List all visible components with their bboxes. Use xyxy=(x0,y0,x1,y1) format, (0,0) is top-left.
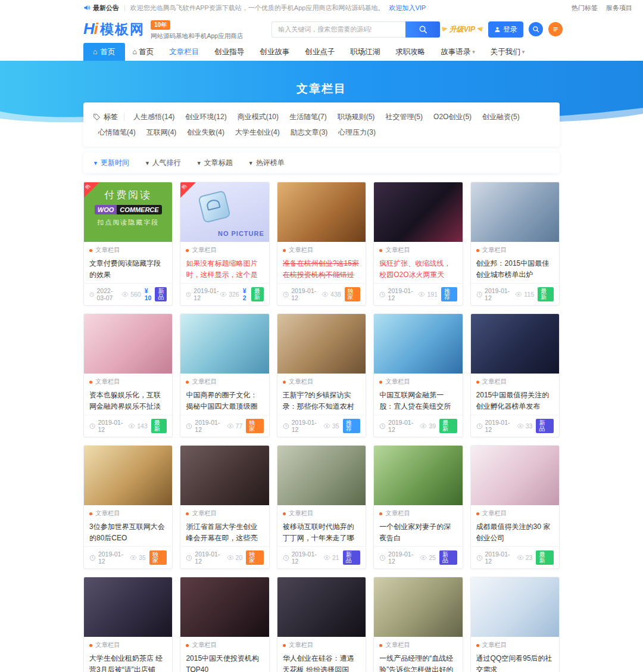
article-thumbnail[interactable] xyxy=(277,182,366,242)
article-title[interactable]: 文章付费阅读隐藏字段的效果 xyxy=(89,258,167,281)
article-category[interactable]: 文章栏目 xyxy=(186,246,263,254)
article-card[interactable]: 文章栏目王新宇?的乡镇探访实录：那些你不知道农村淘宝真相2019-01-1235… xyxy=(277,313,366,437)
article-category[interactable]: 文章栏目 xyxy=(476,641,554,649)
article-card[interactable]: 文章栏目华人创业在硅谷：遭遇天花板 纷纷选择回国2019-01-1212推荐 xyxy=(277,577,366,672)
article-category[interactable]: 文章栏目 xyxy=(476,378,554,386)
article-title[interactable]: 准备在杭州创业?这15家在杭投资机构不能错过 xyxy=(283,258,360,281)
article-card[interactable]: 文章栏目疯狂扩张、收缩战线，校园O2O冰火两重天2019-01-12191推荐 xyxy=(373,182,463,306)
topbar-link[interactable]: 热门标签 xyxy=(572,4,598,11)
article-title[interactable]: 一个创业家对妻子的深夜告白 xyxy=(379,521,457,544)
article-category[interactable]: 文章栏目 xyxy=(476,246,554,254)
article-card[interactable]: 文章栏目中国商界的圈子文化：揭秘中国四大最顶级圈子2019-01-1277独家 xyxy=(180,313,269,437)
article-title[interactable]: 如果没有标题缩略图片时，这样显示，这个是测试！ xyxy=(186,258,263,281)
article-category[interactable]: 文章栏目 xyxy=(283,246,360,254)
article-title[interactable]: 浙江省首届大学生创业峰会开幕在即，这些亮点不容错过 xyxy=(186,521,263,544)
article-category[interactable]: 文章栏目 xyxy=(379,246,457,254)
tag-link[interactable]: 人生感悟(14) xyxy=(133,109,174,125)
article-thumbnail[interactable] xyxy=(374,446,462,505)
nav-item[interactable]: 创业点子 xyxy=(297,43,342,61)
nav-item[interactable]: 创业故事 xyxy=(252,43,297,61)
service-button[interactable] xyxy=(548,22,563,36)
topbar-link[interactable]: 服务项目 xyxy=(606,4,632,11)
article-card[interactable]: 文章栏目2015中国天使投资机构TOP402019-01-1244精品 xyxy=(180,577,269,672)
article-thumbnail[interactable] xyxy=(374,314,462,374)
article-thumbnail[interactable]: 付费阅读WOOCOMMERCE扣点阅读隐藏字段 xyxy=(84,182,172,242)
article-card[interactable]: 文章栏目资本也躲娱乐化，互联网金融跨界娱乐不扯淡2019-01-12143最新 xyxy=(83,313,173,437)
article-title[interactable]: 一线产品经理的“血战经验”告诉你怎样做出好的产品? xyxy=(379,653,457,672)
article-title[interactable]: 3位参加世界互联网大会的80后CEO xyxy=(89,521,167,544)
article-category[interactable]: 文章栏目 xyxy=(283,641,360,649)
article-card[interactable]: 文章栏目创业邦：2015中国最佳创业城市榜单出炉2019-01-12115最新 xyxy=(470,182,560,306)
article-category[interactable]: 文章栏目 xyxy=(89,509,167,518)
tag-link[interactable]: 创业环境(12) xyxy=(185,109,226,125)
article-category[interactable]: 文章栏目 xyxy=(476,509,554,518)
article-title[interactable]: 中国互联网金融第一股：宜人贷在美纽交所上市 xyxy=(379,390,457,412)
search-input[interactable] xyxy=(271,21,405,38)
article-title[interactable]: 2015中国天使投资机构TOP40 xyxy=(186,653,263,672)
article-title[interactable]: 创业邦：2015中国最佳创业城市榜单出炉 xyxy=(476,258,554,281)
article-card[interactable]: 文章栏目浙江省首届大学生创业峰会开幕在即，这些亮点不容错过2019-01-122… xyxy=(180,445,269,569)
sort-option[interactable]: ▼热评榜单 xyxy=(248,158,285,168)
login-button[interactable]: 登录 xyxy=(488,21,523,38)
article-thumbnail[interactable] xyxy=(84,314,172,374)
article-category[interactable]: 文章栏目 xyxy=(283,378,360,386)
search-circle-button[interactable] xyxy=(529,22,543,36)
article-category[interactable]: 文章栏目 xyxy=(379,641,457,649)
article-card[interactable]: 文章栏目成都最值得关注的30 家创业公司2019-01-1223最新 xyxy=(470,445,560,569)
tag-link[interactable]: 大学生创业(4) xyxy=(235,125,280,140)
article-thumbnail[interactable] xyxy=(471,182,559,242)
article-title[interactable]: 2015中国最值得关注的创业孵化器榜单发布 xyxy=(476,390,554,412)
article-card[interactable]: NO PICTURE文章栏目如果没有标题缩略图片时，这样显示，这个是测试！201… xyxy=(180,182,269,306)
article-category[interactable]: 文章栏目 xyxy=(89,246,167,254)
nav-item[interactable]: 故事语录▾ xyxy=(433,43,483,61)
article-title[interactable]: 王新宇?的乡镇探访实录：那些你不知道农村淘宝真相 xyxy=(283,390,360,412)
tag-link[interactable]: 心情随笔(4) xyxy=(98,125,136,140)
article-card[interactable]: 文章栏目3位参加世界互联网大会的80后CEO2019-01-1235独家 xyxy=(83,445,173,569)
join-vip-link[interactable]: 欢迎加入VIP xyxy=(389,4,426,13)
nav-item[interactable]: ⌂首页 xyxy=(125,43,162,61)
article-card[interactable]: 文章栏目大学生创业租奶茶店 经营3月后被“请”出店铺2019-01-1225最新 xyxy=(83,577,173,672)
article-card[interactable]: 付费阅读WOOCOMMERCE扣点阅读隐藏字段文章栏目文章付费阅读隐藏字段的效果… xyxy=(83,182,173,306)
nav-item[interactable]: 文章栏目 xyxy=(161,43,207,61)
article-category[interactable]: 文章栏目 xyxy=(283,509,360,518)
tag-link[interactable]: 创业融资(5) xyxy=(482,109,520,125)
article-thumbnail[interactable] xyxy=(471,446,559,505)
article-thumbnail[interactable] xyxy=(471,314,559,374)
article-card[interactable]: 文章栏目通过QQ空间看95后的社交需求2019-01-1227新品 xyxy=(470,577,560,672)
article-thumbnail[interactable] xyxy=(277,577,366,637)
tag-link[interactable]: 心理压力(3) xyxy=(338,125,376,140)
nav-item[interactable]: 创业指导 xyxy=(207,43,252,61)
tag-link[interactable]: 互联网(4) xyxy=(146,125,177,140)
nav-home-button[interactable]: ⌂ 首页 xyxy=(83,43,125,61)
article-category[interactable]: 文章栏目 xyxy=(89,641,167,649)
article-card[interactable]: 文章栏目2015中国最值得关注的创业孵化器榜单发布2019-01-1233新品 xyxy=(470,313,560,437)
article-title[interactable]: 华人创业在硅谷：遭遇天花板 纷纷选择回国 xyxy=(283,653,360,672)
article-card[interactable]: 文章栏目中国互联网金融第一股：宜人贷在美纽交所上市2019-01-1239最新 xyxy=(373,313,463,437)
article-card[interactable]: 文章栏目被移动互联时代抛弃的丁丁网，十年来走了哪些弯路?2019-01-1221… xyxy=(277,445,366,569)
tag-link[interactable]: 商业模式(10) xyxy=(238,109,279,125)
article-title[interactable]: 疯狂扩张、收缩战线，校园O2O冰火两重天 xyxy=(379,258,457,281)
article-category[interactable]: 文章栏目 xyxy=(379,378,457,386)
article-thumbnail[interactable] xyxy=(84,446,172,505)
nav-item[interactable]: 职场江湖 xyxy=(342,43,388,61)
article-card[interactable]: 文章栏目准备在杭州创业?这15家在杭投资机构不能错过2019-01-12438独… xyxy=(277,182,366,306)
nav-item[interactable]: 关于我们▾ xyxy=(483,43,533,61)
tag-link[interactable]: 职场规则(5) xyxy=(338,109,375,125)
article-title[interactable]: 中国商界的圈子文化：揭秘中国四大最顶级圈子 xyxy=(186,390,263,412)
article-thumbnail[interactable] xyxy=(277,314,366,374)
article-category[interactable]: 文章栏目 xyxy=(186,641,263,649)
article-card[interactable]: 文章栏目一个创业家对妻子的深夜告白2019-01-1225新品 xyxy=(373,445,463,569)
article-thumbnail[interactable] xyxy=(374,577,462,637)
article-title[interactable]: 成都最值得关注的30 家创业公司 xyxy=(476,521,554,544)
article-thumbnail[interactable] xyxy=(180,577,269,637)
article-thumbnail[interactable]: NO PICTURE xyxy=(180,182,269,242)
article-thumbnail[interactable] xyxy=(374,182,462,242)
tag-link[interactable]: 生活随笔(7) xyxy=(289,109,327,125)
site-logo[interactable]: Hi 模板网 xyxy=(83,20,145,39)
article-category[interactable]: 文章栏目 xyxy=(89,378,167,386)
article-thumbnail[interactable] xyxy=(180,314,269,374)
sort-option[interactable]: ▼文章标题 xyxy=(196,158,233,168)
tag-link[interactable]: O2O创业(5) xyxy=(433,109,472,125)
tag-link[interactable]: 创业失败(4) xyxy=(187,125,224,140)
tag-link[interactable]: 励志文章(3) xyxy=(291,125,328,140)
